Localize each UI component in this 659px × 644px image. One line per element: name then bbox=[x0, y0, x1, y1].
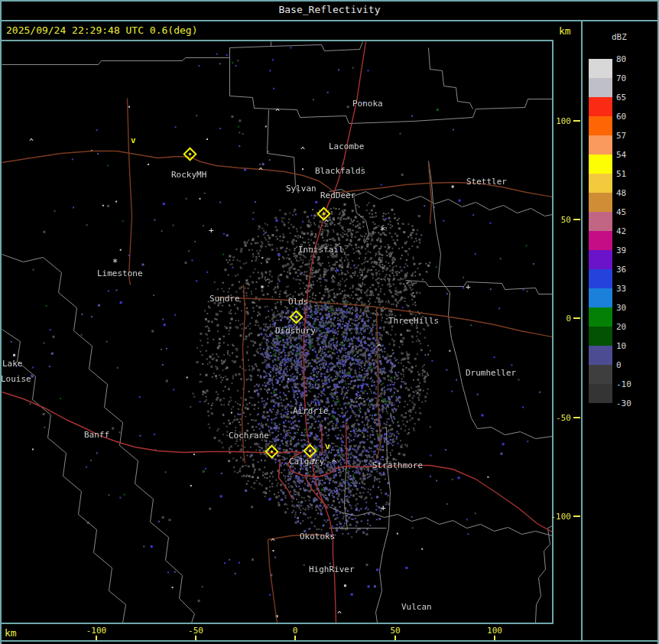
city-label-blackfalds: Blackfalds bbox=[315, 166, 365, 176]
color-scale-swatch bbox=[589, 78, 612, 97]
color-scale-value: 30 bbox=[616, 303, 644, 313]
x-tick-label: -50 bbox=[180, 626, 211, 636]
panel-divider bbox=[581, 21, 583, 640]
color-scale-swatch bbox=[589, 346, 612, 365]
check-marker: v bbox=[325, 441, 330, 451]
color-scale-value: 42 bbox=[616, 226, 644, 236]
y-tick-label: 0 bbox=[550, 314, 571, 324]
radar-app-window: Base_Reflectivity 2025/09/24 22:29:48 UT… bbox=[0, 0, 659, 644]
x-tick-mark bbox=[394, 636, 396, 640]
color-scale-value: 70 bbox=[616, 73, 644, 83]
color-scale-swatch bbox=[589, 212, 612, 231]
color-scale-value: 10 bbox=[616, 341, 644, 351]
frame-top bbox=[0, 0, 659, 2]
y-tick-label: 50 bbox=[550, 215, 571, 225]
x-tick-mark bbox=[195, 636, 196, 640]
color-scale-swatch bbox=[589, 154, 612, 174]
x-axis-unit-label: km bbox=[5, 627, 17, 639]
color-scale-value: 51 bbox=[616, 169, 644, 179]
y-tick-label: -100 bbox=[550, 512, 571, 522]
color-scale-value: 54 bbox=[616, 150, 644, 160]
color-scale-swatch bbox=[589, 116, 612, 135]
y-tick-mark bbox=[573, 317, 580, 319]
x-tick-mark bbox=[96, 636, 97, 640]
caret-marker: ^ bbox=[324, 219, 329, 227]
color-scale-swatch bbox=[589, 384, 612, 403]
city-label-stettler: Stettler bbox=[466, 177, 507, 187]
city-label-vulcan: Vulcan bbox=[401, 602, 432, 612]
caret-marker: ^ bbox=[29, 138, 34, 146]
caret-marker: ^ bbox=[377, 343, 381, 352]
city-label-limestone: Limestone bbox=[97, 268, 143, 278]
color-scale-value: -10 bbox=[616, 379, 644, 389]
city-label-sundre: Sundre bbox=[209, 294, 240, 304]
star-marker: * bbox=[112, 257, 118, 268]
y-tick-label: -50 bbox=[550, 413, 571, 423]
city-label-strathmore: Strathmore bbox=[372, 460, 423, 470]
color-scale-swatch bbox=[589, 97, 612, 116]
plus-marker: + bbox=[209, 226, 214, 236]
y-tick-mark bbox=[573, 516, 580, 517]
color-scale-value: 48 bbox=[616, 188, 644, 198]
color-scale-value: 33 bbox=[616, 284, 644, 294]
color-scale-value: 80 bbox=[616, 54, 644, 64]
x-tick-label: 0 bbox=[280, 626, 310, 636]
caret-marker: ^ bbox=[358, 396, 362, 405]
x-tick-label: 50 bbox=[380, 626, 411, 636]
city-label-drumheller: Drumheller bbox=[466, 368, 516, 378]
city-label-airdrie: Airdrie bbox=[293, 406, 328, 416]
color-scale-swatch bbox=[589, 365, 612, 384]
color-scale-value: -30 bbox=[616, 398, 644, 408]
caret-marker: ^ bbox=[300, 146, 305, 154]
y-tick-label: 100 bbox=[550, 116, 571, 126]
city-label-louise: Louise bbox=[1, 374, 31, 384]
x-tick-mark bbox=[294, 636, 296, 640]
city-label-ponoka: Ponoka bbox=[352, 99, 383, 109]
city-label-innisfail: Innisfail bbox=[298, 245, 344, 255]
color-scale-swatch bbox=[589, 135, 612, 154]
color-scale-swatch bbox=[589, 307, 612, 327]
color-scale-swatch bbox=[589, 269, 612, 288]
x-tick-label: -100 bbox=[81, 626, 112, 636]
color-scale-value: 45 bbox=[616, 207, 644, 217]
color-scale-value: 65 bbox=[616, 93, 644, 102]
city-label-calgary: Calgary bbox=[289, 457, 324, 467]
color-scale-swatch bbox=[589, 59, 612, 78]
map-border-bottom bbox=[0, 623, 553, 624]
timestamp-label: 2025/09/24 22:29:48 UTC 0.6(deg) bbox=[6, 24, 197, 36]
color-scale-value: 57 bbox=[616, 131, 644, 141]
city-label-highriver: HighRiver bbox=[309, 564, 355, 574]
city-label-lacombe: Lacombe bbox=[329, 141, 364, 151]
plus-marker: + bbox=[466, 282, 471, 292]
city-label-okotoks: Okotoks bbox=[300, 532, 335, 542]
caret-marker: ^ bbox=[271, 538, 275, 546]
check-marker: v bbox=[131, 135, 136, 145]
y-axis-unit-label: km bbox=[559, 25, 571, 37]
color-scale-swatch bbox=[589, 288, 612, 307]
caret-marker: ^ bbox=[332, 459, 336, 467]
y-tick-mark bbox=[573, 219, 580, 220]
map-border-right bbox=[552, 40, 553, 624]
window-title: Base_Reflectivity bbox=[0, 4, 659, 15]
plus-marker: + bbox=[381, 503, 386, 513]
color-scale-swatch bbox=[589, 250, 612, 269]
titlebar-divider bbox=[0, 20, 659, 21]
city-label-lake: Lake bbox=[2, 359, 23, 369]
color-scale-value: 20 bbox=[616, 322, 644, 332]
x-tick-mark bbox=[494, 636, 495, 640]
city-label-reddeer: RedDeer bbox=[320, 190, 355, 200]
city-label-rockymh: RockyMH bbox=[171, 170, 206, 180]
color-scale-value: 36 bbox=[616, 265, 644, 275]
color-scale-title: dBZ bbox=[612, 32, 627, 42]
city-label-threehills: ThreeHills bbox=[388, 316, 439, 326]
y-tick-mark bbox=[573, 120, 580, 122]
city-label-banff: Banff bbox=[84, 430, 109, 440]
color-scale-swatch bbox=[589, 193, 612, 212]
city-label-cochrane: Cochrane bbox=[229, 431, 269, 441]
frame-bottom bbox=[0, 640, 659, 642]
color-scale-value: 60 bbox=[616, 112, 644, 122]
color-scale-value: 0 bbox=[616, 360, 644, 370]
caret-marker: ^ bbox=[258, 167, 263, 175]
caret-marker: ^ bbox=[275, 108, 280, 116]
city-label-olds: Olds bbox=[288, 297, 309, 307]
